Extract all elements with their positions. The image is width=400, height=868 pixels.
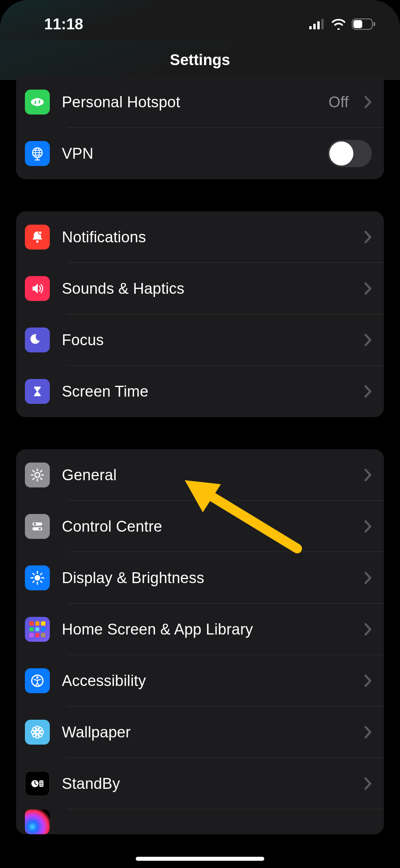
svg-line-24: [40, 478, 42, 480]
svg-rect-2: [317, 21, 320, 29]
row-siri-search[interactable]: [16, 809, 384, 834]
row-vpn[interactable]: VPN: [16, 128, 384, 179]
svg-rect-0: [309, 26, 312, 29]
globe-icon: [25, 141, 50, 166]
chevron-right-icon: [364, 777, 372, 790]
settings-group-system: General Control Centre Display & Brightn…: [16, 449, 384, 834]
chevron-right-icon: [364, 622, 372, 636]
svg-point-30: [39, 528, 41, 530]
row-label: StandBy: [62, 775, 349, 792]
row-label: Display & Brightness: [62, 569, 349, 587]
row-label: Screen Time: [62, 383, 349, 400]
svg-point-41: [36, 676, 39, 679]
row-label: Control Centre: [62, 518, 349, 535]
svg-point-16: [36, 240, 39, 243]
gear-icon: [25, 463, 50, 487]
nav-header: Settings: [0, 40, 400, 80]
row-general[interactable]: General: [16, 449, 384, 501]
home-indicator[interactable]: [136, 857, 264, 861]
appgrid-icon: [25, 617, 50, 642]
wifi-icon: [331, 18, 346, 30]
svg-line-37: [41, 581, 42, 582]
cellular-icon: [309, 19, 325, 29]
row-label: VPN: [62, 145, 316, 162]
row-label: Wallpaper: [62, 724, 349, 741]
battery-icon: [352, 18, 376, 30]
svg-line-38: [33, 581, 34, 582]
status-bar: 11:18: [0, 0, 400, 40]
status-icons: [309, 18, 376, 30]
svg-line-26: [40, 470, 42, 472]
page-title: Settings: [170, 51, 230, 69]
chevron-right-icon: [364, 95, 372, 109]
chevron-right-icon: [364, 674, 372, 688]
svg-line-36: [33, 573, 34, 575]
row-control-centre[interactable]: Control Centre: [16, 501, 384, 552]
svg-point-17: [39, 231, 42, 234]
accessibility-icon: [25, 668, 50, 693]
row-display-brightness[interactable]: Display & Brightness: [16, 552, 384, 604]
vpn-toggle[interactable]: [328, 140, 372, 167]
row-home-screen[interactable]: Home Screen & App Library: [16, 604, 384, 655]
chevron-right-icon: [364, 468, 372, 482]
link-icon: [25, 90, 50, 115]
moon-icon: [25, 328, 50, 352]
chevron-right-icon: [364, 385, 372, 398]
switches-icon: [25, 514, 50, 539]
standby-icon: [25, 771, 50, 796]
row-notifications[interactable]: Notifications: [16, 211, 384, 263]
svg-line-25: [33, 478, 35, 480]
status-time: 11:18: [44, 16, 83, 33]
settings-group-network: Personal Hotspot Off VPN: [16, 76, 384, 179]
svg-line-23: [33, 470, 35, 472]
row-sounds-haptics[interactable]: Sounds & Haptics: [16, 263, 384, 314]
row-label: Personal Hotspot: [62, 94, 316, 111]
svg-rect-5: [353, 20, 362, 28]
svg-rect-3: [321, 19, 324, 29]
row-wallpaper[interactable]: Wallpaper: [16, 706, 384, 758]
row-label: Focus: [62, 332, 349, 349]
bell-icon: [25, 225, 50, 250]
row-label: Accessibility: [62, 672, 349, 690]
flower-icon: [25, 720, 50, 745]
row-screen-time[interactable]: Screen Time: [16, 366, 384, 417]
siri-icon: [25, 809, 50, 834]
row-label: Home Screen & App Library: [62, 621, 349, 638]
svg-point-18: [35, 473, 40, 477]
hourglass-icon: [25, 379, 50, 404]
chevron-right-icon: [364, 282, 372, 295]
row-label: Notifications: [62, 229, 349, 246]
row-accessibility[interactable]: Accessibility: [16, 655, 384, 706]
sun-icon: [25, 565, 50, 590]
chevron-right-icon: [364, 571, 372, 585]
svg-point-28: [34, 523, 36, 525]
row-focus[interactable]: Focus: [16, 314, 384, 366]
svg-rect-1: [313, 24, 316, 29]
chevron-right-icon: [364, 230, 372, 244]
row-standby[interactable]: StandBy: [16, 758, 384, 809]
svg-line-39: [41, 573, 42, 575]
chevron-right-icon: [364, 520, 372, 533]
svg-rect-6: [373, 22, 375, 26]
svg-point-31: [35, 575, 40, 581]
row-detail: Off: [329, 94, 349, 111]
speaker-icon: [25, 276, 50, 301]
chevron-right-icon: [364, 725, 372, 739]
chevron-right-icon: [364, 333, 372, 347]
settings-group-notify: Notifications Sounds & Haptics Focus: [16, 211, 384, 417]
row-label: General: [62, 467, 349, 484]
row-personal-hotspot[interactable]: Personal Hotspot Off: [16, 76, 384, 128]
row-label: Sounds & Haptics: [62, 280, 349, 297]
